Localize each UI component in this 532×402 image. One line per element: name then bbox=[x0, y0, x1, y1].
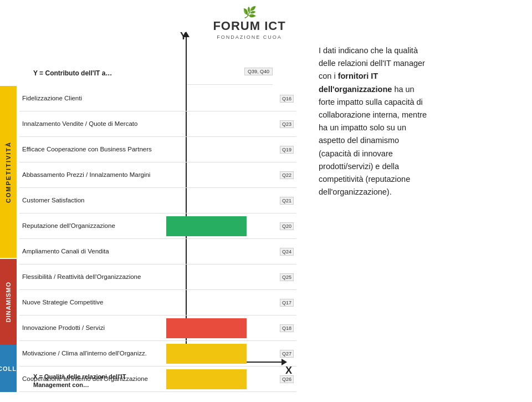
row-q-label: Q16 bbox=[280, 95, 294, 103]
y-equation-text: Y = Contributo dell'IT a… bbox=[33, 69, 112, 77]
table-row: Efficace Cooperazione con Business Partn… bbox=[19, 137, 296, 162]
logo-subtitle: FONDAZIONE CUOA bbox=[205, 34, 294, 40]
row-bar bbox=[166, 344, 247, 364]
row-q-label: Q19 bbox=[280, 146, 294, 154]
table-row: Reputazione dell'OrganizzazioneQ20 bbox=[19, 213, 296, 239]
row-q-label: Q17 bbox=[280, 299, 294, 307]
sidebar-coll: COLL. bbox=[0, 345, 17, 392]
logo-title: FORUM ICT bbox=[205, 19, 294, 33]
row-q-label: Q18 bbox=[280, 324, 294, 332]
row-q-label: Q24 bbox=[280, 248, 294, 256]
row-bar bbox=[166, 318, 247, 338]
row-label: Efficace Cooperazione con Business Partn… bbox=[19, 145, 166, 154]
row-label: Motivazione / Clima all'interno dell'Org… bbox=[19, 349, 166, 358]
y-axis-label: Y bbox=[180, 30, 187, 42]
row-q-label: Q23 bbox=[280, 120, 294, 128]
row-q-label: Q21 bbox=[280, 197, 294, 205]
rows-container: Fidelizzazione ClientiQ16Innalzamento Ve… bbox=[19, 86, 296, 392]
table-row: Innovazione Prodotti / ServiziQ18 bbox=[19, 316, 296, 341]
table-row: Innalzamento Vendite / Quote di MercatoQ… bbox=[19, 111, 296, 137]
top-q-row: Q39, Q40 bbox=[187, 58, 273, 85]
row-label: Customer Satisfaction bbox=[19, 196, 166, 205]
row-bar bbox=[166, 216, 247, 236]
table-row: Fidelizzazione ClientiQ16 bbox=[19, 86, 296, 111]
sidebar-dinamismo: DINAMISMO bbox=[0, 259, 17, 345]
row-label: Fidelizzazione Clienti bbox=[19, 94, 166, 103]
row-bar-area: Q21 bbox=[166, 188, 296, 213]
row-bar-area: Q23 bbox=[166, 111, 296, 136]
sidebar-competitivita: COMPETITIVITÀ bbox=[0, 86, 17, 258]
row-bar-area: Q18 bbox=[166, 316, 296, 340]
row-bar-area: Q26 bbox=[166, 367, 296, 391]
row-bar-area: Q20 bbox=[166, 213, 296, 238]
row-label: Nuove Strategie Competitive bbox=[19, 298, 166, 307]
row-label: Cooperazione all'interno dell'Organizzaz… bbox=[19, 375, 166, 383]
table-row: Ampliamento Canali di VenditaQ24 bbox=[19, 239, 296, 264]
row-label: Abbassamento Prezzi / Innalzamento Margi… bbox=[19, 171, 166, 179]
row-q-label: Q20 bbox=[280, 222, 294, 230]
row-q-label: Q22 bbox=[280, 171, 294, 179]
table-row: Abbassamento Prezzi / Innalzamento Margi… bbox=[19, 162, 296, 188]
row-bar-area: Q19 bbox=[166, 137, 296, 162]
row-q-label: Q26 bbox=[280, 375, 294, 383]
row-label: Innalzamento Vendite / Quote di Mercato bbox=[19, 120, 166, 128]
row-bar-area: Q17 bbox=[166, 290, 296, 315]
row-bar-area: Q27 bbox=[166, 341, 296, 366]
row-q-label: Q25 bbox=[280, 273, 294, 281]
table-row: Flessibilità / Reattività dell'Organizza… bbox=[19, 264, 296, 290]
row-bar bbox=[166, 369, 247, 389]
table-row: Motivazione / Clima all'interno dell'Org… bbox=[19, 341, 296, 367]
table-row: Customer SatisfactionQ21 bbox=[19, 188, 296, 213]
row-label: Innovazione Prodotti / Servizi bbox=[19, 324, 166, 332]
table-row: Cooperazione all'interno dell'Organizzaz… bbox=[19, 367, 296, 392]
row-bar-area: Q25 bbox=[166, 264, 296, 289]
row-bar-area: Q24 bbox=[166, 239, 296, 264]
row-q-label: Q27 bbox=[280, 350, 294, 358]
right-text-block: I dati indicano che la qualità delle rel… bbox=[319, 44, 524, 199]
row-bar-area: Q22 bbox=[166, 162, 296, 187]
row-label: Ampliamento Canali di Vendita bbox=[19, 247, 166, 256]
row-label: Flessibilità / Reattività dell'Organizza… bbox=[19, 273, 166, 281]
top-q-label: Q39, Q40 bbox=[244, 68, 273, 75]
row-bar-area: Q16 bbox=[166, 86, 296, 111]
logo-area: 🌿 FORUM ICT FONDAZIONE CUOA bbox=[205, 6, 294, 40]
row-label: Reputazione dell'Organizzazione bbox=[19, 222, 166, 230]
logo-leaf: 🌿 bbox=[205, 6, 294, 19]
table-row: Nuove Strategie CompetitiveQ17 bbox=[19, 290, 296, 316]
